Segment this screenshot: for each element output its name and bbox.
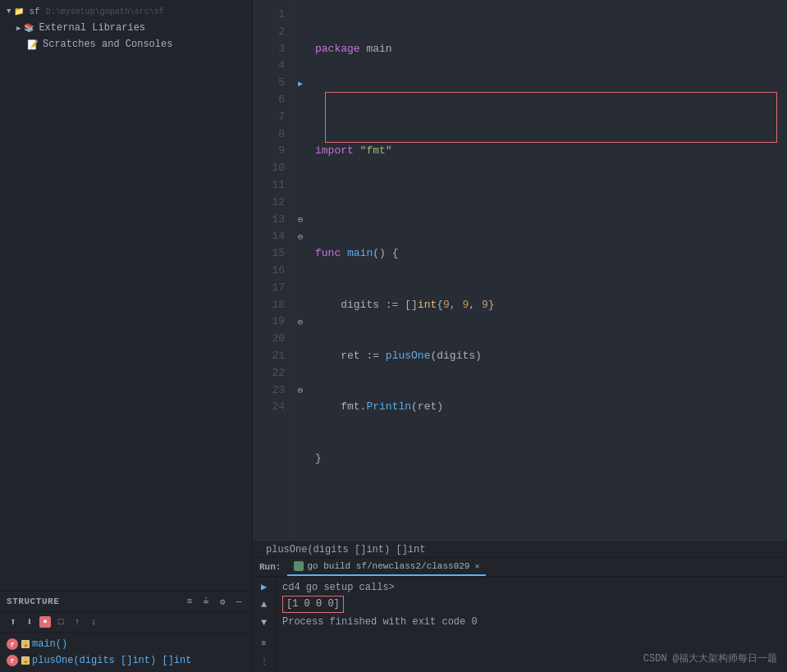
root-label: sf D:\mysetup\gopath\src\sf — [29, 6, 163, 17]
file-tree: ▼ 📁 sf D:\mysetup\gopath\src\sf ▶ 📚 Exte… — [0, 0, 252, 591]
gutter-13: ⊖ — [292, 212, 309, 229]
tab-icon — [294, 561, 304, 571]
structure-item-plusone[interactable]: f 🔒 plusOne(digits []int) []int — [0, 652, 252, 669]
ln-3: 3 — [266, 41, 285, 58]
library-icon: 📚 — [22, 21, 35, 34]
more-btn[interactable]: ⋮ — [256, 654, 272, 669]
gutter-23: ⊖ — [292, 382, 309, 400]
run-tab-label: go build sf/newclass2/class029 — [307, 561, 469, 571]
tree-external-libraries[interactable]: ▶ 📚 External Libraries — [0, 20, 252, 36]
bottom-bar: plusOne(digits []int) []int — [253, 542, 787, 557]
ln-20: 20 — [266, 331, 285, 348]
func-main-label: main() — [32, 638, 67, 650]
external-libraries-label: External Libraries — [39, 22, 145, 34]
structure-item-main[interactable]: f 🔒 main() — [0, 636, 252, 652]
code-container: 1 2 3 4 5 6 7 8 9 10 11 12 13 14 15 16 1 — [253, 0, 787, 542]
gutter-1 — [292, 7, 309, 24]
ln-7: 7 — [266, 109, 285, 126]
lock-icon: 🔒 — [21, 656, 30, 665]
gutter-16 — [292, 263, 309, 280]
run-tab[interactable]: go build sf/newclass2/class029 ✕ — [287, 558, 486, 576]
scratches-icon: 📝 — [26, 38, 39, 51]
structure-title: Structure — [7, 597, 59, 606]
wrap-btn[interactable]: ≡ — [256, 637, 272, 651]
bottom-bar-text: plusOne(digits []int) []int — [266, 544, 425, 555]
structure-panel: Structure ≡ ≟ ⚙ — ⬆ ⬇ ● □ ↑ ↓ f 🔒 — [0, 591, 252, 672]
structure-items: f 🔒 main() f 🔒 plusOne(digits []int) []i… — [0, 633, 252, 672]
scratches-label: Scratches and Consoles — [43, 39, 172, 50]
func-plusone-label: plusOne(digits []int) []int — [32, 655, 191, 666]
highlight-btn[interactable]: ● — [39, 616, 51, 628]
gutter-21 — [292, 348, 309, 365]
func-icon: f — [7, 638, 18, 650]
sidebar: ▼ 📁 sf D:\mysetup\gopath\src\sf ▶ 📚 Exte… — [0, 0, 253, 672]
output-result: [1 0 0 0] — [282, 596, 780, 613]
ln-24: 24 — [266, 399, 285, 416]
gutter-9 — [292, 143, 309, 160]
ln-18: 18 — [266, 297, 285, 314]
output-highlight: [1 0 0 0] — [282, 596, 344, 613]
scroll-down-btn[interactable]: ▼ — [256, 615, 272, 630]
gutter-2 — [292, 24, 309, 41]
structure-toolbar: ≡ ≟ ⚙ — — [183, 595, 245, 608]
run-tab-close[interactable]: ✕ — [474, 561, 479, 571]
link-btn[interactable]: ↑ — [71, 615, 84, 629]
code-line-6: digits := []int{9, 9, 9} — [315, 297, 787, 314]
gutter-18 — [292, 297, 309, 314]
ln-17: 17 — [266, 280, 285, 297]
output-process: Process finished with exit code 0 — [282, 615, 780, 630]
editor-content[interactable]: 1 2 3 4 5 6 7 8 9 10 11 12 13 14 15 16 1 — [253, 0, 787, 542]
ln-1: 1 — [266, 7, 285, 24]
ln-8: 8 — [266, 126, 285, 144]
watermark: CSDN @福大大架构师每日一题 — [643, 651, 777, 665]
code-lines[interactable]: package main import "fmt" func main() { … — [309, 0, 787, 542]
code-line-2 — [315, 92, 787, 109]
code-line-3: import "fmt" — [315, 143, 787, 160]
gutter-3 — [292, 41, 309, 58]
code-line-7: ret := plusOne(digits) — [315, 348, 787, 365]
settings-btn[interactable]: ⚙ — [216, 595, 229, 608]
ln-2: 2 — [266, 24, 285, 41]
run-tabs: Run: go build sf/newclass2/class029 ✕ — [253, 558, 787, 577]
main-layout: ▼ 📁 sf D:\mysetup\gopath\src\sf ▶ 📚 Exte… — [0, 0, 787, 672]
gutter-7 — [292, 109, 309, 126]
code-line-8: fmt.Println(ret) — [315, 399, 787, 416]
ln-9: 9 — [266, 143, 285, 160]
gutter-6 — [292, 92, 309, 109]
code-line-10 — [315, 501, 787, 519]
code-line-5: func main() { — [315, 245, 787, 263]
scroll-up-btn[interactable]: ▲ — [256, 598, 272, 613]
gutter-10 — [292, 160, 309, 177]
expand2-btn[interactable]: □ — [54, 615, 67, 629]
ln-23: 23 — [266, 382, 285, 400]
gutter-20 — [292, 331, 309, 348]
sort-alpha-btn[interactable]: ≡ — [183, 595, 196, 608]
sort-visibility-btn[interactable]: ≟ — [199, 595, 213, 608]
ln-11: 11 — [266, 177, 285, 194]
editor-area: 1 2 3 4 5 6 7 8 9 10 11 12 13 14 15 16 1 — [253, 0, 787, 672]
ln-4: 4 — [266, 57, 285, 75]
ln-6: 6 — [266, 92, 285, 109]
structure-header: Structure ≡ ≟ ⚙ — — [0, 592, 252, 612]
gutter-22 — [292, 365, 309, 382]
gutter-15 — [292, 245, 309, 263]
ln-22: 22 — [266, 365, 285, 382]
tree-root[interactable]: ▼ 📁 sf D:\mysetup\gopath\src\sf — [0, 3, 252, 20]
gutter-24 — [292, 399, 309, 416]
code-line-9: } — [315, 450, 787, 468]
play-btn[interactable]: ▶ — [256, 580, 272, 595]
line-numbers: 1 2 3 4 5 6 7 8 9 10 11 12 13 14 15 16 1 — [253, 0, 292, 542]
close-btn[interactable]: — — [232, 595, 245, 608]
link2-btn[interactable]: ↓ — [87, 615, 100, 629]
gutter-11 — [292, 177, 309, 194]
tree-scratches[interactable]: 📝 Scratches and Consoles — [0, 36, 252, 53]
ln-21: 21 — [266, 348, 285, 365]
gutter-14: ⊖ — [292, 228, 309, 245]
chevron-icon: ▶ — [16, 24, 21, 33]
ln-19: 19 — [266, 313, 285, 331]
expand-btn[interactable]: ⬆ — [7, 615, 20, 629]
sort-btn[interactable]: ⬇ — [23, 615, 36, 629]
run-toolbar: ▶ ▲ ▼ ≡ ⋮ — [253, 577, 276, 672]
func-icon: f — [7, 655, 18, 666]
ln-13: 13 — [266, 212, 285, 229]
